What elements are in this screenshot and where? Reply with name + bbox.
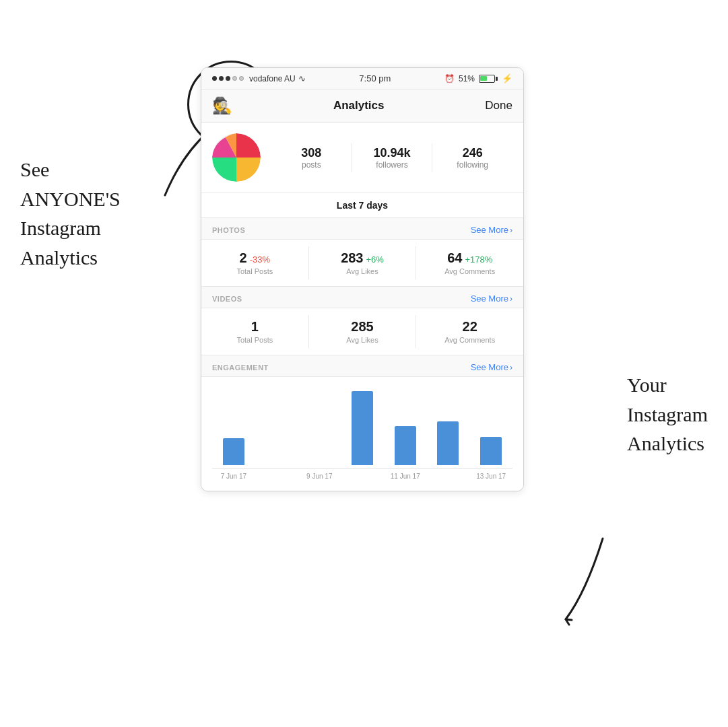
phone-mockup: vodafone AU ∿ 7:50 pm ⏰ 51% ⚡ 🕵️ Analyti… [201,67,524,491]
chart-bars [212,388,512,469]
bar-7 [480,437,502,465]
photos-chevron-icon: › [510,226,512,235]
done-button[interactable]: Done [485,99,512,112]
battery-percent: 51% [459,74,475,83]
videos-stats-row: 1 Total Posts 285 Avg Likes 22 Avg Comme… [201,308,523,355]
chart-label-6 [427,473,470,480]
posts-label: posts [277,160,346,170]
videos-total-posts: 1 Total Posts [201,315,308,348]
bar-6 [437,421,459,465]
spy-icon: 🕵️ [212,96,232,115]
following-count: 246 [438,146,507,160]
videos-chevron-icon: › [510,294,512,304]
photos-title: PHOTOS [212,226,245,234]
photos-stats-row: 2 -33% Total Posts 283 +6% Avg Likes 64 … [201,240,523,287]
videos-title: VIDEOS [212,295,242,303]
videos-avg-comments: 22 Avg Comments [416,315,523,348]
engagement-title: ENGAGEMENT [212,364,269,372]
chart-label-4 [341,473,384,480]
status-right: ⏰ 51% ⚡ [444,73,512,83]
videos-see-more[interactable]: See More › [471,293,512,304]
stat-following: 246 following [432,143,512,172]
dot-3 [226,76,230,81]
engagement-chevron-icon: › [510,363,512,372]
photos-section-header: PHOTOS See More › [201,218,523,240]
stat-posts: 308 posts [271,143,352,172]
right-annotation: Your Instagram Analytics [627,370,708,458]
chart-label-3: 9 Jun 17 [298,473,341,480]
bar-col-7 [469,388,512,465]
profile-section: 308 posts 10.94k followers 246 following [201,123,523,193]
bar-col-4 [341,388,384,465]
posts-count: 308 [277,146,346,160]
bar-col-6 [427,388,470,465]
followers-label: followers [358,160,427,170]
lightning-icon: ⚡ [502,73,512,83]
dot-1 [212,76,217,81]
bar-col-3 [298,388,341,465]
wifi-icon: ∿ [298,73,306,83]
bar-col-1 [212,388,255,465]
signal-dots [212,76,244,81]
dot-4 [232,76,237,81]
bar-col-2 [255,388,298,465]
nav-bar: 🕵️ Analytics Done [201,90,523,123]
bar-4 [352,391,373,465]
chart-label-5: 11 Jun 17 [384,473,427,480]
chart-label-7: 13 Jun 17 [469,473,512,480]
battery-tip [496,77,498,81]
chart-label-2 [255,473,298,480]
chart-labels: 7 Jun 17 9 Jun 17 11 Jun 17 13 Jun 17 [212,473,512,480]
bar-col-5 [384,388,427,465]
videos-section-header: VIDEOS See More › [201,287,523,308]
period-label: Last 7 days [201,193,523,218]
engagement-section-header: ENGAGEMENT See More › [201,355,523,377]
carrier-name: vodafone AU [249,74,296,83]
bar-5 [395,426,416,465]
profile-stats: 308 posts 10.94k followers 246 following [271,143,512,172]
alarm-icon: ⏰ [444,74,455,83]
photos-avg-comments: 64 +178% Avg Comments [416,246,523,279]
stat-followers: 10.94k followers [352,143,432,172]
status-time: 7:50 pm [359,73,391,83]
battery-fill [480,76,487,81]
status-bar: vodafone AU ∿ 7:50 pm ⏰ 51% ⚡ [201,68,523,90]
battery-body [479,75,495,83]
dot-5 [239,76,244,81]
followers-count: 10.94k [358,146,427,160]
following-label: following [438,160,507,170]
engagement-see-more[interactable]: See More › [471,362,512,372]
avatar [212,133,261,182]
bar-1 [223,438,244,465]
photos-avg-likes: 283 +6% Avg Likes [308,246,416,279]
engagement-chart: 7 Jun 17 9 Jun 17 11 Jun 17 13 Jun 17 [201,377,523,491]
left-annotation: See ANYONE'S Instagram Analytics [20,155,121,272]
photos-see-more[interactable]: See More › [471,225,512,235]
chart-label-1: 7 Jun 17 [212,473,255,480]
dot-2 [219,76,224,81]
battery-icon [479,75,498,83]
photos-total-posts: 2 -33% Total Posts [201,246,308,279]
videos-avg-likes: 285 Avg Likes [308,315,416,348]
nav-title: Analytics [333,99,385,112]
status-left: vodafone AU ∿ [212,73,306,83]
